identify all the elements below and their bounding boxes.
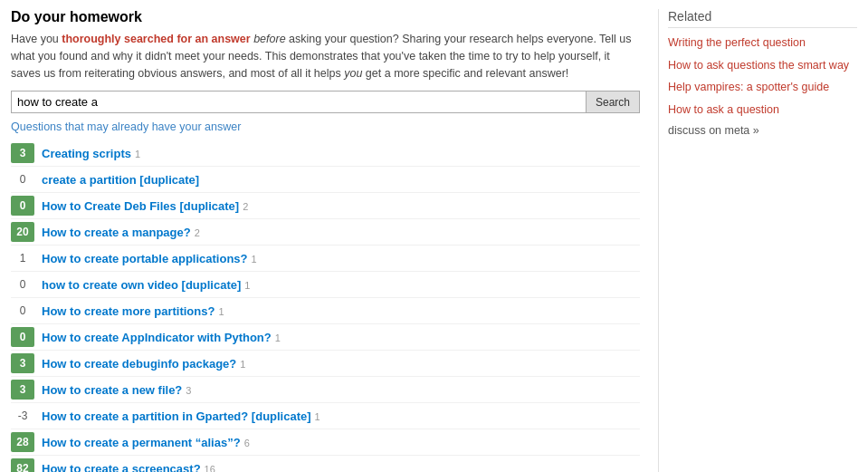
score-badge: 28: [11, 432, 34, 452]
page-title: Do your homework: [11, 9, 640, 25]
score-badge: 3: [11, 353, 34, 373]
question-title[interactable]: create a partition [duplicate]: [42, 173, 199, 187]
question-title[interactable]: How to create a screencast?16: [42, 462, 215, 472]
list-item: 0create a partition [duplicate]: [11, 167, 640, 193]
answer-count: 1: [315, 411, 320, 422]
list-item: 82How to create a screencast?16: [11, 456, 640, 472]
question-title[interactable]: How to create portable applications?1: [42, 252, 257, 265]
sidebar: Related Writing the perfect questionHow …: [658, 9, 857, 472]
list-item: 3How to create debuginfo package?1: [11, 351, 640, 377]
question-list: 3Creating scripts10create a partition [d…: [11, 140, 640, 472]
answer-count: 2: [243, 201, 248, 212]
question-title[interactable]: How to create a permanent “alias”?6: [42, 436, 250, 449]
score-badge: 3: [11, 380, 34, 400]
sidebar-related-link[interactable]: Writing the perfect question: [668, 35, 857, 52]
score-badge: 1: [11, 248, 34, 268]
list-item: 3How to create a new file?3: [11, 377, 640, 403]
intro-before: Have you: [11, 33, 62, 45]
score-badge: 20: [11, 222, 34, 242]
question-title[interactable]: How to create more partitions?1: [42, 304, 224, 318]
intro-highlighted: thoroughly searched for an answer: [62, 33, 250, 45]
sidebar-links: Writing the perfect questionHow to ask q…: [668, 35, 857, 118]
score-badge: 0: [11, 275, 34, 294]
answer-count: 2: [195, 227, 200, 238]
score-badge: 0: [11, 169, 34, 189]
sidebar-related-link[interactable]: Help vampires: a spotter's guide: [668, 80, 857, 96]
answer-count: 1: [240, 359, 245, 370]
question-title[interactable]: how to create own video [duplicate]1: [42, 278, 250, 292]
answer-count: 6: [244, 438, 250, 448]
answer-count: 1: [135, 149, 140, 159]
intro-italic: before: [253, 33, 285, 45]
score-badge: 82: [11, 458, 34, 472]
score-badge: 3: [11, 143, 34, 163]
list-item: 0How to create more partitions?1: [11, 298, 640, 324]
question-title[interactable]: How to create a new file?3: [42, 383, 191, 397]
answer-count: 1: [275, 332, 281, 343]
search-row: Search: [11, 91, 640, 113]
list-item: 1How to create portable applications?1: [11, 246, 640, 272]
answer-count: 16: [205, 464, 215, 472]
score-badge: 0: [11, 301, 34, 321]
list-item: 0How to Create Deb Files [duplicate]2: [11, 193, 640, 219]
question-title[interactable]: How to create debuginfo package?1: [42, 357, 245, 371]
question-title[interactable]: Creating scripts1: [42, 147, 140, 160]
results-suffix: have your answer: [148, 120, 241, 133]
answer-count: 1: [252, 254, 257, 265]
main-content: Do your homework Have you thoroughly sea…: [11, 9, 658, 472]
question-title[interactable]: How to create a partition in Gparted? [d…: [42, 409, 320, 423]
search-input[interactable]: [11, 91, 587, 113]
search-button[interactable]: Search: [587, 91, 640, 113]
results-prefix: Questions that may: [11, 120, 111, 133]
intro-you: you: [344, 67, 362, 80]
answer-count: 3: [186, 385, 191, 396]
question-title[interactable]: How to Create Deb Files [duplicate]2: [42, 199, 248, 213]
sidebar-related-link[interactable]: How to ask questions the smart way: [668, 58, 857, 74]
answer-count: 1: [218, 306, 224, 317]
list-item: 0how to create own video [duplicate]1: [11, 272, 640, 298]
list-item: 3Creating scripts1: [11, 140, 640, 167]
results-link: already: [111, 120, 148, 133]
sidebar-meta-link[interactable]: discuss on meta »: [668, 124, 857, 137]
question-title[interactable]: How to create a manpage?2: [42, 226, 200, 239]
list-item: 0How to create AppIndicator with Python?…: [11, 324, 640, 351]
intro-paragraph: Have you thoroughly searched for an answ…: [11, 31, 640, 82]
intro-end: get a more specific and relevant answer!: [362, 67, 568, 80]
score-badge: 0: [11, 196, 34, 216]
results-header: Questions that may already have your ans…: [11, 120, 640, 133]
question-title[interactable]: How to create AppIndicator with Python?1: [42, 331, 281, 344]
list-item: 28How to create a permanent “alias”?6: [11, 429, 640, 456]
list-item: 20How to create a manpage?2: [11, 219, 640, 246]
sidebar-related-link[interactable]: How to ask a question: [668, 102, 857, 119]
sidebar-title: Related: [668, 9, 857, 28]
list-item: -3How to create a partition in Gparted? …: [11, 403, 640, 429]
answer-count: 1: [244, 280, 250, 291]
score-badge: 0: [11, 327, 34, 347]
score-badge: -3: [11, 406, 34, 426]
